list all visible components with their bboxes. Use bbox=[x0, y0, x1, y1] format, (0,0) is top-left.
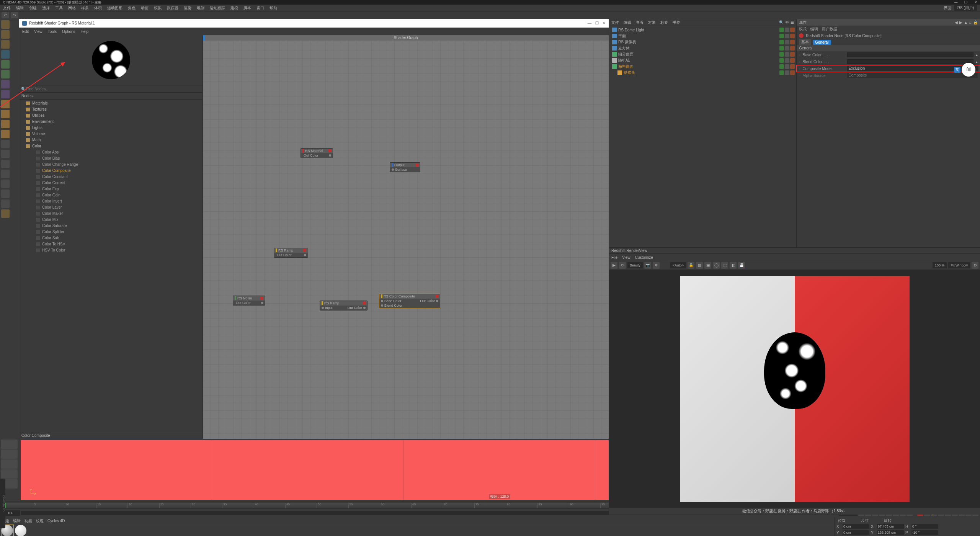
visibility-tag-icon[interactable] bbox=[779, 58, 784, 63]
tree-item[interactable]: Color Abs bbox=[19, 149, 203, 155]
tool-render-icon[interactable] bbox=[1, 209, 10, 218]
visibility-tag-icon[interactable] bbox=[779, 28, 784, 32]
output-port[interactable] bbox=[329, 154, 331, 157]
rv-zoom-field[interactable]: 100 % bbox=[933, 262, 947, 268]
param-anim-icon[interactable]: ◦ bbox=[799, 53, 800, 57]
rv-aov-dropdown[interactable]: Beauty bbox=[627, 262, 643, 268]
rv-freeze-icon[interactable]: ❄ bbox=[653, 262, 660, 269]
menu-item[interactable]: 样条 bbox=[81, 5, 89, 11]
tree-category[interactable]: Environment bbox=[19, 119, 203, 125]
rv-bucket-icon[interactable]: ◯ bbox=[713, 262, 720, 269]
rv-compare-icon[interactable]: ◧ bbox=[730, 262, 737, 269]
output-port[interactable] bbox=[261, 302, 263, 304]
tag-icon[interactable] bbox=[790, 52, 795, 57]
tool-misc3-icon[interactable] bbox=[1, 160, 10, 168]
param-anim-icon[interactable]: ◦ bbox=[799, 60, 800, 64]
menu-item[interactable]: Help bbox=[81, 29, 89, 34]
tag-icon[interactable] bbox=[790, 64, 795, 69]
material-tab[interactable]: 纹理 bbox=[36, 518, 44, 524]
input-port[interactable] bbox=[392, 168, 394, 171]
tag-icon[interactable] bbox=[790, 34, 795, 38]
node-rs-ramp-2[interactable]: RS Ramp InputOut Color bbox=[320, 301, 368, 310]
tree-category[interactable]: Materials bbox=[19, 100, 203, 106]
tree-category[interactable]: Volume bbox=[19, 131, 203, 137]
rv-fit-dropdown[interactable]: Fit Window bbox=[948, 262, 970, 268]
tree-item[interactable]: Color Correct bbox=[19, 180, 203, 186]
tree-item[interactable]: Color Splitter bbox=[19, 229, 203, 235]
tree-item[interactable]: Color Exp bbox=[19, 186, 203, 192]
shader-graph-canvas[interactable]: Shader Graph RS Material Out Color Outpu… bbox=[203, 35, 609, 439]
window-close-button[interactable]: ✕ bbox=[973, 0, 978, 5]
node-category-tree[interactable]: MaterialsTexturesUtilitiesEnvironmentLig… bbox=[19, 100, 203, 432]
menu-item[interactable]: 建模 bbox=[230, 5, 238, 11]
material-tab[interactable]: Cycles 4D bbox=[47, 519, 65, 523]
node-rs-material[interactable]: RS Material Out Color bbox=[301, 148, 333, 158]
object-row[interactable]: 立方体 bbox=[611, 45, 795, 51]
node-rs-noise[interactable]: RS Noise Out Color bbox=[233, 296, 265, 306]
tag-icon[interactable] bbox=[785, 34, 789, 38]
visibility-tag-icon[interactable] bbox=[779, 34, 784, 38]
menu-item[interactable]: 编辑 bbox=[16, 5, 24, 11]
menu-item[interactable]: File bbox=[611, 255, 617, 260]
vp-tool-icon[interactable] bbox=[1, 440, 18, 449]
undo-button[interactable]: ↶ bbox=[2, 12, 9, 18]
tool-misc5-icon[interactable] bbox=[1, 180, 10, 188]
shader-window-close[interactable]: ✕ bbox=[603, 19, 606, 28]
output-port[interactable] bbox=[304, 254, 306, 256]
tag-icon[interactable] bbox=[790, 70, 795, 75]
node-rs-ramp-1[interactable]: RS Ramp Out Color bbox=[274, 248, 308, 258]
rv-grid-icon[interactable]: ▦ bbox=[696, 262, 703, 269]
visibility-tag-icon[interactable] bbox=[779, 70, 784, 75]
tree-item[interactable]: Color Maker bbox=[19, 211, 203, 217]
menu-item[interactable]: 编辑 bbox=[624, 20, 631, 25]
object-row[interactable]: 随机域 bbox=[611, 57, 795, 64]
tree-category[interactable]: Utilities bbox=[19, 113, 203, 119]
tree-category[interactable]: Lights bbox=[19, 125, 203, 131]
shader-window-maximize[interactable]: ❐ bbox=[595, 19, 599, 28]
menu-item[interactable]: 窗口 bbox=[256, 5, 264, 11]
object-row[interactable]: 平面 bbox=[611, 33, 795, 39]
menu-item[interactable]: 脚本 bbox=[243, 5, 251, 11]
attr-nav-up-icon[interactable]: ▲ bbox=[964, 20, 968, 25]
menu-item[interactable]: 选择 bbox=[42, 5, 50, 11]
menu-item[interactable]: 动画 bbox=[141, 5, 149, 11]
object-row[interactable]: 细分曲面 bbox=[611, 51, 795, 57]
rv-pick-icon[interactable]: ⬚ bbox=[721, 262, 728, 269]
tree-item[interactable]: Color Mix bbox=[19, 217, 203, 223]
tree-category[interactable]: Textures bbox=[19, 106, 203, 113]
tag-icon[interactable] bbox=[790, 58, 795, 63]
material-tab[interactable]: 功能 bbox=[24, 518, 32, 524]
menu-item[interactable]: 运动图形 bbox=[107, 5, 122, 11]
object-row[interactable]: 布料曲面 bbox=[611, 64, 795, 70]
rv-save-icon[interactable]: 💾 bbox=[738, 262, 745, 269]
rv-snapshot-icon[interactable]: 📷 bbox=[644, 262, 651, 269]
renderview-canvas[interactable] bbox=[609, 270, 980, 508]
tag-icon[interactable] bbox=[785, 64, 789, 69]
input-port[interactable] bbox=[381, 304, 383, 307]
tool-misc-icon[interactable] bbox=[1, 140, 10, 148]
rv-region-icon[interactable]: ▣ bbox=[704, 262, 711, 269]
attr-tab-general[interactable]: General bbox=[813, 40, 831, 45]
param-anim-icon[interactable]: ◦ bbox=[799, 74, 800, 78]
color-picker-icon[interactable]: ▸ bbox=[976, 53, 978, 57]
tree-item[interactable]: Color Saturate bbox=[19, 223, 203, 229]
menu-item[interactable]: 工具 bbox=[55, 5, 63, 11]
output-port[interactable] bbox=[363, 307, 366, 309]
menu-item[interactable]: 帮助 bbox=[270, 5, 277, 11]
menu-item[interactable]: 文件 bbox=[611, 20, 619, 25]
vp-tool-icon[interactable] bbox=[1, 469, 18, 479]
shader-window-minimize[interactable]: — bbox=[588, 19, 591, 28]
menu-item[interactable]: Options bbox=[62, 29, 75, 34]
ime-indicator[interactable]: 英 bbox=[962, 63, 975, 77]
menu-item[interactable]: View bbox=[34, 29, 42, 34]
menu-item[interactable]: 文件 bbox=[3, 5, 11, 11]
param-anim-icon[interactable]: ◦ bbox=[799, 67, 800, 71]
material-tab[interactable]: 编辑 bbox=[13, 518, 21, 524]
tree-item[interactable]: HSV To Color bbox=[19, 247, 203, 253]
menu-item[interactable]: 标签 bbox=[660, 20, 668, 25]
attr-lock-icon[interactable]: 🔒 bbox=[973, 20, 978, 25]
node-rs-color-composite[interactable]: RS Color Composite Base ColorOut Color B… bbox=[379, 294, 440, 308]
tag-icon[interactable] bbox=[785, 58, 789, 63]
window-maximize-button[interactable]: ❐ bbox=[963, 0, 969, 5]
rv-render-icon[interactable]: ▶ bbox=[611, 262, 617, 269]
